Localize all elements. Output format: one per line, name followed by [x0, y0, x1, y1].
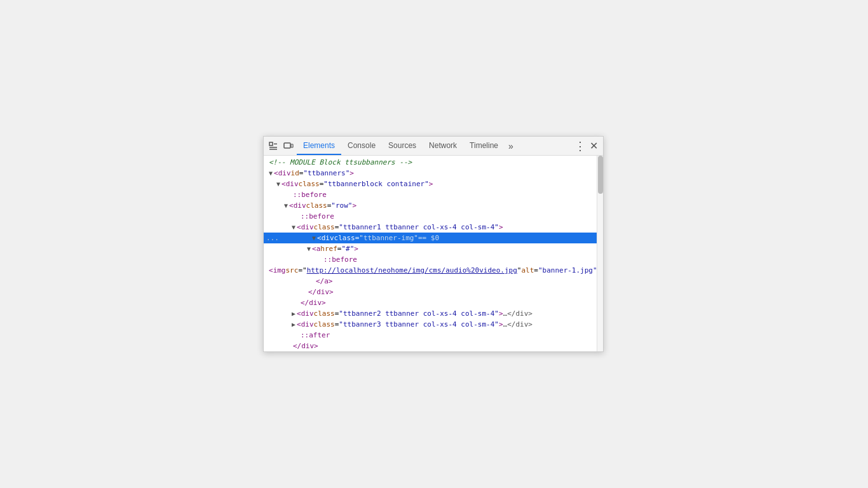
- tag-name: div: [286, 179, 299, 189]
- pseudo-element: ::after: [301, 330, 330, 341]
- dom-line[interactable]: </div>: [264, 287, 597, 297]
- dom-line[interactable]: </a>: [264, 276, 597, 287]
- comment-text: <!-- MODULE Block ttsubbanners -->: [269, 157, 412, 168]
- devtools-panel: Elements Console Sources Network Timelin…: [263, 136, 604, 352]
- tag-open-bracket: <: [312, 243, 316, 254]
- attr-name: src: [286, 265, 299, 276]
- svg-rect-0: [269, 142, 273, 146]
- tag-close-bracket: >: [429, 179, 433, 189]
- tag-close: </a>: [316, 276, 333, 287]
- pseudo-element: ::before: [323, 254, 357, 265]
- dom-line[interactable]: ::after: [264, 330, 597, 341]
- attr-name: class: [299, 179, 320, 189]
- equals: =: [355, 233, 360, 243]
- menu-button[interactable]: ⋮: [573, 139, 587, 153]
- dom-line[interactable]: ::before: [264, 189, 597, 200]
- tab-sources[interactable]: Sources: [382, 137, 423, 155]
- dom-line[interactable]: ...▼<div class="ttbanner-img" == $0: [264, 233, 597, 243]
- tag-name: div: [294, 200, 306, 211]
- tag-name: a: [316, 243, 321, 254]
- tag-name: div: [322, 233, 334, 243]
- attr-name: alt: [521, 265, 534, 276]
- svg-rect-4: [284, 143, 290, 148]
- tab-network[interactable]: Network: [423, 137, 463, 155]
- equals: =: [320, 179, 324, 189]
- attr-value: "ttbanner2 ttbanner col-xs-4 col-sm-4": [339, 308, 499, 319]
- attr-value: "ttbannerblock container": [323, 179, 429, 189]
- dom-line[interactable]: ▼<div class="ttbanner1 ttbanner col-xs-4…: [264, 222, 597, 233]
- tag-close: </div>: [293, 341, 318, 351]
- triangle-icon[interactable]: ▼: [269, 168, 273, 179]
- equals: =: [327, 200, 332, 211]
- dom-line[interactable]: ::before: [264, 254, 597, 265]
- dock-icon[interactable]: [281, 139, 295, 153]
- inspect-icon[interactable]: [266, 139, 280, 153]
- attr-name: class: [306, 200, 327, 211]
- close-button[interactable]: ✕: [587, 139, 600, 153]
- equals: =: [337, 243, 342, 254]
- pseudo-element: ::before: [293, 189, 327, 200]
- triangle-icon[interactable]: ▼: [276, 179, 280, 189]
- tag-open-bracket: <: [289, 200, 294, 211]
- dom-line[interactable]: ▼<div class="row">: [264, 200, 597, 211]
- dom-line[interactable]: </div>: [264, 297, 597, 308]
- tag-open-bracket: <: [281, 179, 286, 189]
- attr-name: class: [314, 222, 335, 233]
- tag-name: div: [301, 308, 314, 319]
- tag-close-bracket: >: [352, 200, 356, 211]
- tag-close-bracket: >: [499, 308, 503, 319]
- dom-line[interactable]: <!-- MODULE Block ttsubbanners -->: [264, 157, 597, 168]
- attr-link[interactable]: http://localhost/neohome/img/cms/audio%2…: [307, 265, 517, 276]
- dom-line[interactable]: ▶<div class="ttbanner3 ttbanner col-xs-4…: [264, 319, 597, 330]
- resize-handle[interactable]: [264, 137, 266, 351]
- dom-line[interactable]: <img src="http://localhost/neohome/img/c…: [264, 265, 597, 276]
- ellipsis: …</div>: [503, 319, 532, 330]
- dom-line[interactable]: ▼<div id="ttbanners">: [264, 168, 597, 179]
- attr-value: "ttbanner-img": [359, 233, 418, 243]
- devtools-toolbar: Elements Console Sources Network Timelin…: [264, 137, 603, 156]
- tag-open-bracket: <: [297, 222, 301, 233]
- equals: =: [298, 265, 302, 276]
- attr-value: "ttbanners": [303, 168, 349, 179]
- attr-value: "#": [341, 243, 354, 254]
- devtools-tabs: Elements Console Sources Network Timelin…: [297, 137, 573, 155]
- dom-line[interactable]: ▼<div class="ttbannerblock container">: [264, 179, 597, 189]
- more-tabs-button[interactable]: »: [505, 137, 517, 155]
- elements-panel[interactable]: <!-- MODULE Block ttsubbanners -->▼<div …: [264, 156, 597, 351]
- triangle-icon[interactable]: ▶: [292, 308, 295, 319]
- dom-line[interactable]: ▶<div class="ttbanner2 ttbanner col-xs-4…: [264, 308, 597, 319]
- tag-name: div: [301, 222, 314, 233]
- equals: =: [335, 308, 339, 319]
- triangle-icon[interactable]: ▼: [312, 233, 316, 243]
- equals: =: [335, 319, 339, 330]
- dom-line[interactable]: ::before: [264, 211, 597, 222]
- attr-value-end: ": [517, 265, 522, 276]
- equals: =: [299, 168, 304, 179]
- devtools-content: <!-- MODULE Block ttsubbanners -->▼<div …: [264, 156, 603, 351]
- tag-name: div: [278, 168, 291, 179]
- tag-open: <: [317, 233, 322, 243]
- triangle-icon[interactable]: ▼: [284, 200, 288, 211]
- ellipsis: …</div>: [503, 308, 532, 319]
- tag-open-bracket: <: [269, 265, 273, 276]
- dom-line[interactable]: </div>: [264, 341, 597, 351]
- tag-name: div: [301, 319, 314, 330]
- tab-console[interactable]: Console: [341, 137, 382, 155]
- attr-value: "row": [331, 200, 352, 211]
- toolbar-actions: ⋮ ✕: [573, 139, 600, 153]
- triangle-icon[interactable]: ▼: [307, 243, 311, 254]
- svg-rect-5: [291, 144, 293, 147]
- tag-open-bracket: <: [274, 168, 278, 179]
- tag-close: </div>: [308, 287, 334, 297]
- attr-name: class: [334, 233, 355, 243]
- equals: =: [335, 222, 339, 233]
- scrollbar[interactable]: [597, 156, 603, 351]
- tab-elements[interactable]: Elements: [297, 137, 341, 155]
- dom-line[interactable]: ▼<a href="#">: [264, 243, 597, 254]
- tab-timeline[interactable]: Timeline: [463, 137, 505, 155]
- attr-value: "ttbanner3 ttbanner col-xs-4 col-sm-4": [339, 319, 499, 330]
- triangle-icon[interactable]: ▼: [292, 222, 295, 233]
- triangle-icon[interactable]: ▶: [292, 319, 295, 330]
- scrollbar-thumb[interactable]: [598, 156, 603, 194]
- equals-indicator: == $0: [418, 233, 439, 243]
